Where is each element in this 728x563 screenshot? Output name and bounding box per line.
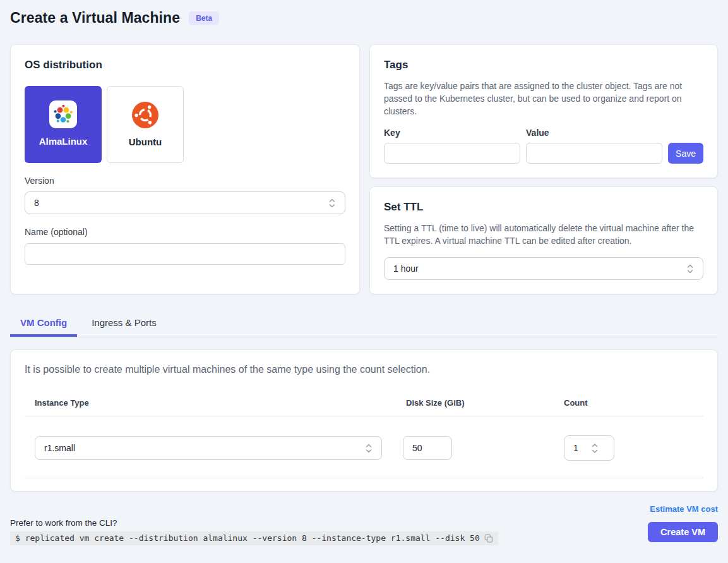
create-vm-button[interactable]: Create VM bbox=[648, 522, 718, 542]
tag-key-input[interactable] bbox=[384, 143, 520, 164]
ttl-select-value: 1 hour bbox=[393, 263, 419, 274]
cli-section: Prefer to work from the CLI? $ replicate… bbox=[10, 518, 498, 545]
right-column: Tags Tags are key/value pairs that are a… bbox=[369, 44, 718, 294]
os-tile-label-ubuntu: Ubuntu bbox=[129, 136, 162, 147]
tag-key-label: Key bbox=[384, 128, 520, 138]
copy-icon[interactable] bbox=[484, 534, 493, 543]
vm-table-row: r1.small bbox=[25, 416, 703, 478]
os-tiles: AlmaLinux Ubuntu bbox=[25, 86, 345, 163]
ttl-card-title: Set TTL bbox=[384, 201, 703, 214]
ubuntu-icon bbox=[131, 101, 159, 129]
tags-card-description: Tags are key/value pairs that are assign… bbox=[384, 80, 703, 118]
tab-bar: VM Config Ingress & Ports bbox=[10, 312, 718, 337]
tags-form: Key Value Save bbox=[384, 128, 703, 164]
column-instance-type: Instance Type bbox=[35, 398, 89, 408]
tag-key-column: Key bbox=[384, 128, 520, 164]
ttl-select[interactable]: 1 hour bbox=[384, 257, 703, 280]
version-select-value: 8 bbox=[34, 198, 39, 208]
column-count: Count bbox=[564, 398, 588, 408]
ttl-card-description: Setting a TTL (time to live) will automa… bbox=[384, 222, 703, 247]
instance-type-select[interactable]: r1.small bbox=[35, 436, 382, 460]
column-disk-size: Disk Size (GiB) bbox=[406, 398, 464, 408]
top-row: OS distribution AlmaLinux bbox=[10, 44, 718, 294]
page-title: Create a Virtual Machine bbox=[10, 9, 180, 27]
tags-card: Tags Tags are key/value pairs that are a… bbox=[369, 44, 718, 178]
chevron-up-down-icon bbox=[365, 443, 373, 454]
count-stepper-arrows bbox=[591, 443, 599, 454]
version-select[interactable]: 8 bbox=[25, 191, 345, 214]
name-input[interactable] bbox=[25, 243, 345, 265]
vm-table-header: Instance Type Disk Size (GiB) Count bbox=[25, 397, 703, 416]
tag-value-label: Value bbox=[526, 128, 662, 138]
tags-card-title: Tags bbox=[384, 59, 703, 71]
almalinux-logo-box bbox=[49, 100, 77, 128]
chevron-up-down-icon bbox=[328, 198, 336, 209]
cli-prompt-text: Prefer to work from the CLI? bbox=[10, 518, 498, 528]
version-label: Version bbox=[25, 176, 345, 186]
vm-config-intro: It is possible to create multiple virtua… bbox=[25, 364, 703, 375]
footer-row: Prefer to work from the CLI? $ replicate… bbox=[10, 518, 718, 545]
count-input[interactable] bbox=[564, 443, 590, 453]
os-distribution-card: OS distribution AlmaLinux bbox=[10, 44, 360, 294]
ubuntu-logo-box bbox=[131, 101, 159, 129]
vm-config-card: It is possible to create multiple virtua… bbox=[10, 349, 718, 492]
os-tile-almalinux[interactable]: AlmaLinux bbox=[25, 86, 102, 163]
stepper-down-icon[interactable] bbox=[591, 449, 599, 454]
save-tag-button[interactable]: Save bbox=[668, 143, 703, 164]
cli-command-text: $ replicated vm create --distribution al… bbox=[15, 533, 480, 543]
tab-ingress-ports[interactable]: Ingress & Ports bbox=[81, 312, 167, 337]
beta-badge: Beta bbox=[189, 11, 219, 25]
stepper-up-icon[interactable] bbox=[591, 443, 599, 448]
almalinux-icon bbox=[52, 104, 74, 125]
set-ttl-card: Set TTL Setting a TTL (time to live) wil… bbox=[369, 186, 718, 294]
name-label: Name (optional) bbox=[25, 227, 345, 237]
os-card-title: OS distribution bbox=[25, 59, 345, 71]
estimate-row: Estimate VM cost bbox=[10, 503, 718, 514]
cli-command-block: $ replicated vm create --distribution al… bbox=[10, 531, 498, 545]
page-header: Create a Virtual Machine Beta bbox=[10, 9, 718, 27]
disk-size-input[interactable] bbox=[403, 436, 452, 460]
count-stepper[interactable] bbox=[564, 435, 614, 461]
instance-type-value: r1.small bbox=[44, 443, 75, 453]
vm-table: Instance Type Disk Size (GiB) Count r1.s… bbox=[25, 397, 703, 478]
os-tile-ubuntu[interactable]: Ubuntu bbox=[107, 86, 184, 163]
tag-value-input[interactable] bbox=[526, 143, 662, 164]
estimate-vm-cost-link[interactable]: Estimate VM cost bbox=[650, 504, 718, 514]
os-tile-label-almalinux: AlmaLinux bbox=[39, 136, 88, 147]
tab-vm-config[interactable]: VM Config bbox=[10, 312, 77, 337]
chevron-up-down-icon bbox=[686, 263, 694, 274]
tag-value-column: Value bbox=[526, 128, 662, 164]
create-vm-page: Create a Virtual Machine Beta OS distrib… bbox=[0, 0, 728, 545]
